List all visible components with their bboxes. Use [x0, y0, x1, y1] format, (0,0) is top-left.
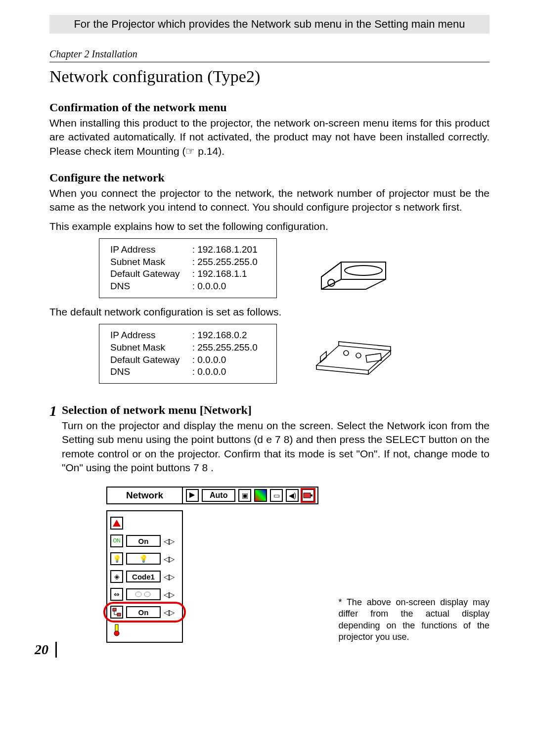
osd-row-lamp[interactable]: 💡 💡 ◁▷ — [107, 550, 182, 568]
config-box-default: IP Address: 192.168.0.2 Subnet Mask: 255… — [99, 324, 277, 384]
lamp-value: 💡 — [126, 553, 161, 565]
page-title: Network configuration (Type2) — [49, 67, 490, 86]
svg-rect-10 — [117, 613, 121, 616]
step-body: Turn on the projector and display the me… — [62, 419, 490, 475]
left-right-arrows-icon: ◁▷ — [164, 554, 174, 564]
osd-row-info[interactable] — [107, 621, 182, 639]
left-right-arrows-icon: ◁▷ — [164, 608, 174, 617]
table-row: IP Address: 192.168.0.2 — [108, 329, 267, 342]
subheading-configure: Configure the network — [49, 171, 490, 184]
step-1: 1 Selection of network menu [Network] Tu… — [49, 403, 490, 480]
svg-point-8 — [144, 592, 150, 597]
footnote-text: The above on-screen display may differ f… — [338, 597, 490, 642]
network-card-illustration — [312, 331, 396, 377]
left-right-arrows-icon: ◁▷ — [164, 572, 174, 581]
config-box-example: IP Address: 192.168.1.201 Subnet Mask: 2… — [99, 238, 277, 298]
power-mgmt-icon: ON — [110, 534, 123, 547]
left-right-arrows-icon: ◁▷ — [164, 536, 174, 546]
subheading-confirmation: Confirmation of the network menu — [49, 101, 490, 114]
svg-rect-11 — [115, 624, 118, 631]
config-row-1: IP Address: 192.168.1.201 Subnet Mask: 2… — [49, 238, 490, 298]
page-number: 20 — [35, 642, 57, 658]
osd-row-up[interactable] — [107, 514, 182, 532]
table-row: DNS: 0.0.0.0 — [108, 280, 267, 293]
lamp-icon: 💡 — [110, 552, 123, 565]
auto-field[interactable]: Auto — [202, 489, 235, 502]
setting-icon[interactable] — [302, 489, 314, 502]
network-icon — [110, 606, 123, 619]
step-heading: Selection of network menu [Network] — [62, 403, 490, 417]
table-row: Default Gateway: 192.168.1.1 — [108, 268, 267, 280]
power-value: On — [126, 535, 161, 547]
table-row: Default Gateway: 0.0.0.0 — [108, 354, 267, 366]
svg-rect-9 — [113, 608, 116, 611]
projector-illustration — [312, 242, 396, 294]
step-number: 1 — [49, 403, 57, 418]
input-source-icon[interactable]: ⯈ — [186, 489, 199, 502]
osd-toolbar: ⯈ Auto ▣ ▭ ◀) — [183, 487, 318, 504]
up-arrow-icon — [113, 520, 121, 527]
paragraph-configure-1: When you connect the projector to the ne… — [49, 186, 490, 215]
svg-rect-5 — [304, 493, 311, 498]
image-icon[interactable]: ▣ — [238, 489, 251, 502]
paragraph-default-config: The default network configuration is set… — [49, 305, 490, 319]
sound-icon[interactable]: ◀) — [286, 489, 299, 502]
svg-point-12 — [114, 631, 119, 636]
chapter-heading: Chapter 2 Installation — [49, 48, 490, 62]
top-banner: For the Projector which provides the Net… — [49, 15, 490, 34]
network-value: On — [126, 606, 161, 618]
color-icon[interactable] — [254, 489, 267, 502]
table-row: Subnet Mask: 255.255.255.0 — [108, 256, 267, 268]
osd-top-bar: Network ⯈ Auto ▣ ▭ ◀) — [106, 487, 318, 504]
osd-row-remote[interactable]: ◈ Code1 ◁▷ — [107, 568, 182, 585]
keystone-value — [126, 588, 161, 600]
osd-row-keystone[interactable]: ⇔ ◁▷ — [107, 585, 182, 603]
keystone-icon: ⇔ — [110, 588, 123, 601]
paragraph-confirmation: When installing this product to the proj… — [49, 116, 490, 158]
table-row: IP Address: 192.168.1.201 — [108, 244, 267, 256]
osd-row-network[interactable]: On ◁▷ — [107, 603, 182, 621]
osd-screenshot: Network ⯈ Auto ▣ ▭ ◀) ON — [106, 487, 318, 643]
osd-body: ON On ◁▷ 💡 💡 ◁▷ ◈ Code1 ◁▷ ⇔ ◁▷ — [106, 510, 183, 643]
svg-point-0 — [345, 266, 382, 275]
osd-footnote: * The above on-screen display may differ… — [338, 597, 490, 643]
config-row-2: IP Address: 192.168.0.2 Subnet Mask: 255… — [49, 324, 490, 384]
footnote-asterisk: * — [338, 597, 346, 607]
osd-row-power[interactable]: ON On ◁▷ — [107, 532, 182, 550]
thermometer-icon — [110, 623, 123, 636]
remote-icon: ◈ — [110, 570, 123, 583]
svg-rect-4 — [366, 353, 382, 362]
paragraph-configure-2: This example explains how to set the fol… — [49, 220, 490, 233]
svg-point-7 — [135, 592, 141, 597]
svg-point-2 — [344, 351, 349, 356]
svg-point-3 — [356, 353, 361, 358]
left-right-arrows-icon: ◁▷ — [164, 590, 174, 599]
osd-tab-network[interactable]: Network — [106, 487, 183, 504]
table-row: DNS: 0.0.0.0 — [108, 366, 267, 378]
screen-icon[interactable]: ▭ — [270, 489, 283, 502]
remote-value: Code1 — [126, 571, 161, 582]
svg-rect-6 — [311, 494, 312, 496]
table-row: Subnet Mask: 255.255.255.0 — [108, 342, 267, 354]
